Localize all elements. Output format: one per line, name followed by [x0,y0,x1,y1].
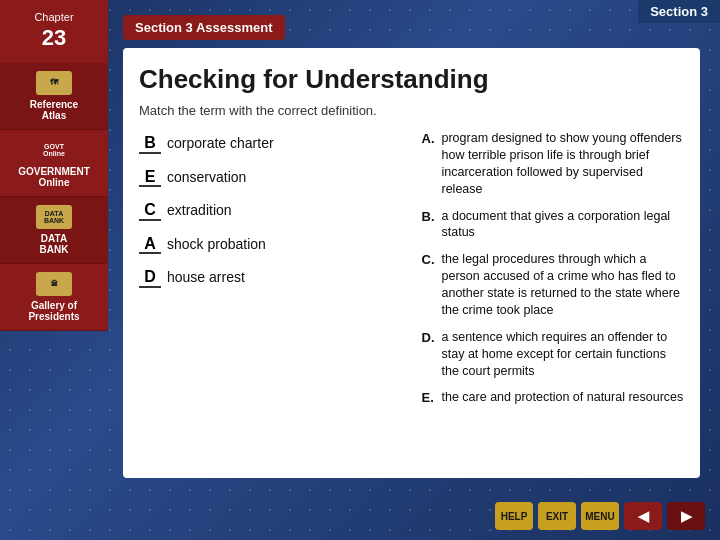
reference-icon: 🗺 [36,71,72,95]
databank-icon: DATABANK [36,205,72,229]
def-text: program designed to show young offenders… [442,130,685,198]
prev-button[interactable]: ◀ [624,502,662,530]
def-text: a sentence which requires an offender to… [442,329,685,380]
databank-label: DATABANK [40,233,69,255]
sidebar: Chapter 23 🗺 ReferenceAtlas GOVTOnline G… [0,0,108,540]
content-card: Checking for Understanding Match the ter… [123,48,700,478]
bottom-navigation: HELP EXIT MENU ◀ ▶ [495,502,705,530]
def-text: the legal procedures through which a per… [442,251,685,319]
definition-item: B. a document that gives a corporation l… [422,208,685,242]
main-content: Section 3 Assessment Checking for Unders… [108,0,720,540]
sidebar-item-reference[interactable]: 🗺 ReferenceAtlas [0,63,108,130]
def-letter: C. [422,251,438,319]
chapter-label: Chapter [5,10,103,24]
help-button[interactable]: HELP [495,502,533,530]
sidebar-item-gallery[interactable]: 🏛 Gallery ofPresidents [0,264,108,331]
match-answer: C [139,201,161,221]
section-badge: Section 3 Assessment [123,15,285,40]
definitions-column: A. program designed to show young offend… [422,130,685,418]
match-left-column: B corporate charter E conservation C ext… [139,130,402,418]
match-item: E conservation [139,168,402,188]
match-item: A shock probation [139,235,402,255]
def-letter: D. [422,329,438,380]
match-answer: A [139,235,161,255]
definition-item: D. a sentence which requires an offender… [422,329,685,380]
def-text: the care and protection of natural resou… [442,389,685,407]
def-letter: A. [422,130,438,198]
section-label-text: Section 3 [650,4,708,19]
match-answer: B [139,134,161,154]
definition-item: A. program designed to show young offend… [422,130,685,198]
reference-label: ReferenceAtlas [30,99,78,121]
def-letter: E. [422,389,438,407]
next-button[interactable]: ▶ [667,502,705,530]
match-term: corporate charter [167,134,274,152]
match-answer: E [139,168,161,188]
match-answer: D [139,268,161,288]
menu-button[interactable]: MENU [581,502,619,530]
matching-grid: B corporate charter E conservation C ext… [139,130,684,418]
gallery-icon: 🏛 [36,272,72,296]
match-term: extradition [167,201,232,219]
sidebar-item-databank[interactable]: DATABANK DATABANK [0,197,108,264]
gallery-label: Gallery ofPresidents [28,300,79,322]
page-title: Checking for Understanding [139,62,684,97]
sidebar-item-online[interactable]: GOVTOnline GOVERNMENTOnline [0,130,108,197]
match-term: conservation [167,168,246,186]
online-icon: GOVTOnline [36,138,72,162]
exit-button[interactable]: EXIT [538,502,576,530]
def-text: a document that gives a corporation lega… [442,208,685,242]
definition-item: E. the care and protection of natural re… [422,389,685,407]
match-item: C extradition [139,201,402,221]
match-item: B corporate charter [139,134,402,154]
chapter-number: 23 [5,24,103,53]
section-label-top: Section 3 [638,0,720,23]
subtitle: Match the term with the correct definiti… [139,103,684,118]
match-term: house arrest [167,268,245,286]
match-item: D house arrest [139,268,402,288]
definition-item: C. the legal procedures through which a … [422,251,685,319]
match-term: shock probation [167,235,266,253]
def-letter: B. [422,208,438,242]
online-label: GOVERNMENTOnline [18,166,90,188]
chapter-header: Chapter 23 [0,0,108,63]
